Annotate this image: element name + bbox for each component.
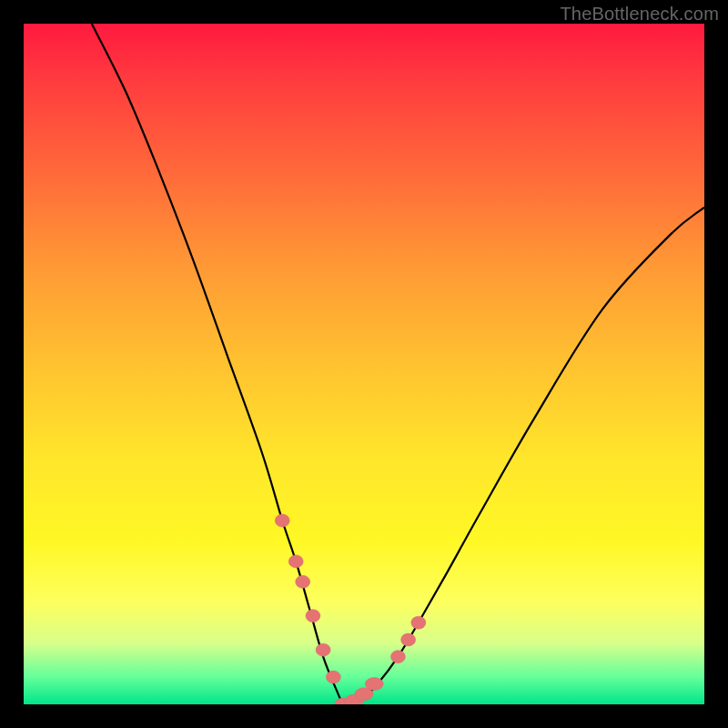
sample-marker xyxy=(288,555,303,568)
sample-marker xyxy=(326,671,340,683)
bottleneck-curve xyxy=(92,24,704,704)
sample-marker xyxy=(390,651,405,663)
bottleneck-chart-svg xyxy=(24,24,704,704)
sample-marker xyxy=(411,616,426,629)
sample-marker xyxy=(365,678,383,691)
sample-marker xyxy=(275,514,289,527)
sample-marker xyxy=(296,575,310,588)
chart-area xyxy=(24,24,704,704)
watermark-text: TheBottleneck.com xyxy=(560,4,719,25)
sample-marker xyxy=(306,610,320,622)
sample-marker xyxy=(316,643,330,656)
sample-markers-group xyxy=(275,514,426,704)
sample-marker xyxy=(401,633,416,646)
